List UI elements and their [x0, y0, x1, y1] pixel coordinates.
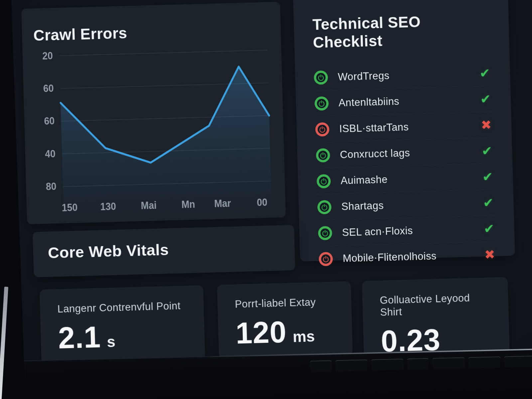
keyboard-keys — [310, 356, 532, 372]
checklist-item-label: Shartags — [341, 197, 483, 213]
metric-unit: s — [107, 332, 116, 351]
power-icon — [316, 148, 330, 162]
checklist-item: Auimashe ✔ — [317, 164, 493, 194]
key — [468, 356, 501, 368]
crawl-errors-chart: 2060604080150130MaiMnMar00 — [34, 41, 276, 219]
checklist-item-label: SEL acn·Floxis — [342, 223, 484, 239]
checklist-item-label: WordTregs — [338, 67, 480, 83]
checklist-item: WordTregs ✔ — [314, 60, 490, 91]
core-web-vitals-title: Core Web Vitals — [48, 237, 280, 262]
core-web-vitals-panel: Core Web Vitals — [33, 225, 295, 277]
checklist-item-label: Mobile·Flitenolhoiss — [342, 249, 484, 265]
status-mark-icon: ✔ — [480, 92, 491, 105]
key — [371, 359, 404, 371]
checklist-item: ISBL·sttarTans ✖ — [315, 112, 492, 142]
status-mark-icon: ✖ — [484, 248, 495, 261]
checklist: WordTregs ✔ Antenltabiins ✔ — [314, 60, 495, 272]
metric-unit: ms — [293, 327, 315, 346]
power-icon — [319, 252, 333, 266]
checklist-item-label: Auimashe — [340, 171, 482, 187]
svg-text:60: 60 — [43, 82, 54, 94]
seo-dashboard: Crawl Errors 2060604080150130MaiMnMar00 … — [0, 0, 532, 399]
checklist-item-label: Conxrucct lags — [340, 145, 482, 161]
laptop-photo: Crawl Errors 2060604080150130MaiMnMar00 … — [0, 0, 532, 399]
power-icon — [318, 226, 332, 240]
metric-value: 120 — [235, 317, 287, 348]
status-mark-icon: ✔ — [483, 196, 494, 209]
metric-value: 2.1 — [58, 322, 101, 353]
checklist-item: Shartags ✔ — [317, 190, 494, 220]
power-icon — [314, 70, 328, 84]
power-icon — [315, 96, 329, 110]
svg-text:40: 40 — [45, 148, 56, 160]
seo-checklist-panel: Technical SEO Checklist WordTregs ✔ — [293, 0, 515, 261]
svg-text:60: 60 — [44, 115, 55, 127]
metric-label: Langenr Contrenvful Point — [57, 300, 187, 315]
checklist-item: Mobile·Flitenolhoiss ✖ — [319, 241, 495, 272]
checklist-item-label: Antenltabiins — [338, 93, 480, 109]
key — [310, 360, 332, 372]
crawl-errors-panel: Crawl Errors 2060604080150130MaiMnMar00 — [21, 2, 286, 224]
checklist-item: SEL acn·Floxis ✔ — [318, 215, 495, 246]
status-mark-icon: ✔ — [482, 170, 493, 183]
checklist-item: Conxrucct lags ✔ — [316, 138, 492, 168]
power-icon — [317, 174, 331, 188]
status-mark-icon: ✔ — [483, 222, 494, 235]
status-mark-icon: ✔ — [479, 66, 490, 79]
svg-text:80: 80 — [46, 181, 56, 193]
power-icon — [317, 200, 332, 214]
metric-card-lcp: Langenr Contrenvful Point 2.1 s — [40, 285, 205, 363]
power-icon — [315, 122, 330, 136]
svg-text:20: 20 — [42, 50, 53, 62]
key — [335, 359, 368, 371]
key — [407, 358, 429, 370]
key — [504, 356, 532, 368]
line-chart: 2060604080150130MaiMnMar00 — [34, 41, 276, 219]
metric-label: Golluactive Leyood Shirt — [380, 292, 491, 319]
checklist-item-label: ISBL·sttarTans — [339, 119, 481, 135]
laptop-screen: Crawl Errors 2060604080150130MaiMnMar00 … — [0, 0, 532, 399]
key — [433, 357, 465, 369]
metric-card-fid: Porrt-liabel Extay 120 ms — [217, 281, 353, 359]
metric-label: Porrt-liabel Extay — [235, 296, 334, 310]
status-mark-icon: ✖ — [481, 118, 492, 131]
status-mark-icon: ✔ — [481, 144, 492, 157]
checklist-item: Antenltabiins ✔ — [314, 86, 491, 116]
crawl-errors-title: Crawl Errors — [33, 20, 271, 44]
metric-card-cls: Golluactive Leyood Shirt 0.23 — [362, 277, 510, 357]
seo-checklist-title: Technical SEO Checklist — [312, 11, 489, 52]
